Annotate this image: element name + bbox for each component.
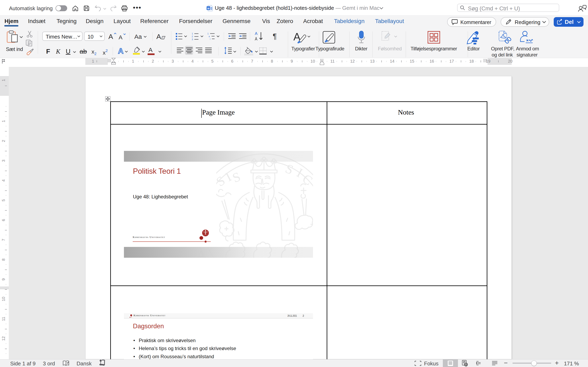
svg-text:A: A <box>255 31 258 36</box>
svg-text:1: 1 <box>208 33 209 35</box>
svg-text:a: a <box>209 35 210 38</box>
svg-text:1: 1 <box>192 33 193 35</box>
svg-text:i: i <box>210 38 210 40</box>
svg-text:3: 3 <box>192 38 193 41</box>
svg-text:2: 2 <box>192 35 193 38</box>
svg-text:Å: Å <box>255 37 258 41</box>
svg-text:W: W <box>207 7 210 10</box>
